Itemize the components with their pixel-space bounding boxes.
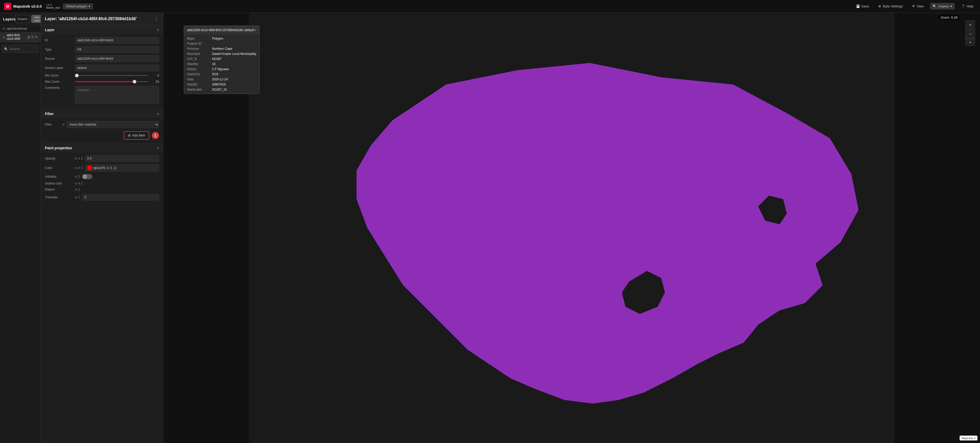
add-filter-row: ⊞ Add filter 1: [45, 131, 159, 141]
max-zoom-label: Max Zoom: [45, 80, 73, 83]
layer-label: Layer: [46, 3, 60, 6]
antialias-toggle[interactable]: [82, 174, 92, 179]
layer-section: Layer ▾ ID a8d1264f-cb1d-485f-8fc63 Type…: [41, 25, 163, 109]
zoom-out-button[interactable]: −: [966, 30, 975, 38]
filter-label: Filter: [45, 123, 60, 126]
layer-section-title: Layer: [45, 28, 54, 32]
popup-val: DC8: [212, 73, 218, 76]
zoom-reset-button[interactable]: ▲: [966, 39, 975, 45]
min-zoom-thumb[interactable]: [75, 74, 79, 77]
maplibre-badge: MapLibre ℹ: [959, 436, 977, 440]
view-button[interactable]: 👁 View: [909, 3, 926, 10]
layer-type-badge[interactable]: Default polygon ▾: [63, 3, 93, 9]
layer-section-chevron-icon: ▾: [157, 28, 159, 32]
opacity-icons: fx # Σ: [75, 157, 83, 160]
color-swatch[interactable]: [87, 166, 92, 170]
expand-button[interactable]: Expand: [15, 15, 29, 23]
popup-row: Feature ID: [187, 41, 256, 46]
outline-color-icons: fx # Σ: [75, 182, 83, 185]
type-label: Type: [45, 48, 73, 51]
type-value[interactable]: Fill: [75, 46, 159, 53]
popup-val: 16: [212, 62, 215, 66]
comments-label: Comments: [45, 86, 73, 90]
max-zoom-thumb[interactable]: [133, 80, 136, 83]
popup-row: WardLabelNC087_16: [187, 87, 256, 92]
layer-delete-button[interactable]: 🗑: [27, 35, 30, 39]
popup-key: WardID: [187, 83, 210, 86]
sigma-icon-translate: Σ: [78, 195, 80, 199]
panel-header: Layer: 'a8d1264f-cb1d-485f-8fc6-2973084d…: [41, 13, 163, 25]
max-zoom-slider[interactable]: 24: [75, 80, 159, 83]
layer-clone-button[interactable]: ⧉: [32, 35, 34, 39]
antialias-row: Antialias fx Σ: [45, 174, 159, 179]
inspect-icon: 🔍: [932, 4, 937, 8]
sidebar-header: Layers Expand Add Layer: [0, 13, 41, 25]
opacity-value[interactable]: 0.8: [85, 155, 159, 162]
zoom-control: + − ▲: [966, 21, 975, 46]
source-layer-row: Source Layer default: [45, 65, 159, 71]
popup-key: Municipal: [187, 52, 210, 56]
opacity-row: Opacity fx # Σ 0.8: [45, 155, 159, 162]
popup-row: WardID30807016: [187, 82, 256, 87]
min-zoom-slider[interactable]: 0: [75, 74, 159, 77]
popup-row: DistrictZ F Mgcawu: [187, 67, 256, 72]
layer-eye-button[interactable]: 👁: [35, 35, 38, 39]
antialias-label: Antialias: [45, 175, 73, 178]
logo-icon: M: [4, 3, 11, 10]
id-value[interactable]: a8d1264f-cb1d-485f-8fc63: [75, 37, 159, 44]
sidebar-title: Layers: [3, 17, 15, 21]
zoom-in-button[interactable]: +: [966, 21, 975, 29]
comments-row: Comments: [45, 86, 159, 104]
max-zoom-track: [75, 81, 148, 82]
popup-val: Polygon: [212, 37, 223, 40]
filter-section-header[interactable]: Filter ▾: [41, 109, 163, 118]
fx-icon: fx: [62, 123, 65, 126]
popup-close-button[interactable]: ×: [254, 28, 256, 32]
panel-menu-button[interactable]: ⋮: [154, 16, 159, 22]
layer-section-header[interactable]: Layer ▾: [41, 25, 163, 35]
source-value[interactable]: a8d1264f-cb1d-485f-8fc63: [75, 56, 159, 62]
hash-icon-color: #: [78, 166, 80, 170]
style-settings-button[interactable]: ⚙ Style Settings: [876, 3, 905, 10]
sigma-icon-opacity: Σ: [81, 157, 83, 160]
hash-icon-outline: #: [78, 182, 80, 185]
layer-name: Wards_test: [46, 6, 60, 9]
popup-val: Northern Cape: [212, 47, 232, 51]
source-label: Source: [45, 57, 73, 60]
save-button[interactable]: 💾 Save: [853, 3, 872, 10]
sidebar-item-openstreetmap[interactable]: ◎ openstreetmap: [0, 25, 41, 32]
paint-section-header[interactable]: Paint properties ▾: [41, 143, 163, 152]
gear-icon: ⚙: [878, 4, 881, 8]
zoom-text: Zoom: 5.28: [941, 16, 958, 19]
sidebar-layer-name: openstreetmap: [6, 27, 27, 30]
popup-row: DistrictCoDC8: [187, 72, 256, 77]
search-icon: 🔍: [4, 47, 8, 51]
opacity-label: Opacity: [45, 157, 73, 160]
paint-section-title: Paint properties: [45, 146, 72, 150]
source-layer-value[interactable]: default: [75, 65, 159, 71]
outline-color-label: Outline color: [45, 182, 73, 185]
sidebar-item-layer[interactable]: ◎ a8d1264f-cb1d-485f 🗑 ⧉ 👁: [0, 32, 41, 42]
save-label: Save: [861, 4, 869, 8]
filter-select[interactable]: every filter matches: [67, 121, 159, 128]
map-area[interactable]: Zoom: 5.28 + − ▲ a8d1264f-cb1d-485f-8fc6…: [163, 13, 980, 443]
popup-row: MunicipalDawid Kruiper Local Municipalit…: [187, 51, 256, 56]
inspect-label: Inspect: [938, 4, 949, 8]
layer-info: Layer Wards_test: [46, 3, 60, 9]
popup-key: Province: [187, 47, 210, 51]
help-button[interactable]: ❓ Help: [959, 3, 976, 10]
filter-row: Filter fx every filter matches: [45, 121, 159, 128]
help-label: Help: [966, 4, 974, 8]
fx-icon-color: fx: [75, 167, 77, 170]
max-zoom-fill: [75, 81, 135, 82]
pattern-icons: fx Σ: [75, 188, 80, 191]
sigma-icon-antialias: Σ: [78, 175, 80, 178]
color-value-row[interactable]: rgba(255, 0, 0, 1): [85, 164, 159, 171]
popup-val: Dawid Kruiper Local Municipality: [212, 52, 256, 56]
inspect-select-wrap[interactable]: 🔍 Inspect ▾: [930, 3, 955, 10]
popup-val: Z F Mgcawu: [212, 67, 229, 71]
add-filter-button[interactable]: ⊞ Add filter: [124, 131, 149, 140]
translate-value[interactable]: 0: [82, 194, 159, 200]
comments-textarea[interactable]: [75, 86, 159, 104]
antialias-icons: fx Σ: [75, 175, 80, 178]
